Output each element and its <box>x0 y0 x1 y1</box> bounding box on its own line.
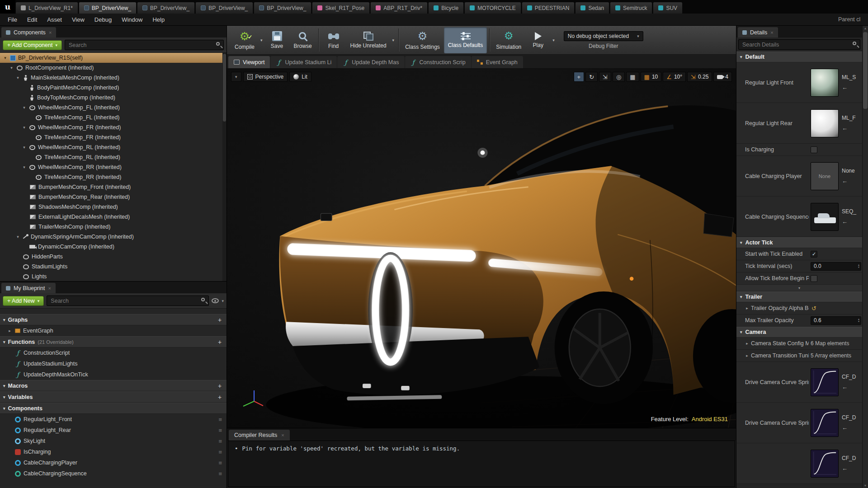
expander-icon[interactable]: ▾ <box>3 340 5 344</box>
asset-thumbnail[interactable] <box>811 69 839 97</box>
visibility-icon[interactable]: ≡ <box>218 416 222 423</box>
component-tree-row-hiddenparts[interactable]: HiddenParts <box>0 252 226 262</box>
section-header-macros[interactable]: ▾Macros+ <box>0 380 226 391</box>
blueprint-item-cablechargingplayer[interactable]: CableChargingPlayer≡ <box>0 457 226 468</box>
component-tree-row-wheelmeshcomp-fr-inherited[interactable]: ▾WheelMeshComp_FR (Inherited) <box>0 122 226 132</box>
component-tree-row-shadowsmeshcomp-inherited[interactable]: ShadowsMeshComp (Inherited) <box>0 202 226 212</box>
app-tab-bp-driverview[interactable]: BP_DriverView_ <box>137 2 195 14</box>
app-tab-bp-driverview[interactable]: BP_DriverView_ <box>79 2 137 14</box>
graph-tab-event-graph[interactable]: Event Graph <box>472 56 523 68</box>
menu-view[interactable]: View <box>67 14 90 25</box>
component-tree-row-externallightdecalsmesh-inherited[interactable]: ExternalLightDecalsMesh (Inherited) <box>0 212 226 222</box>
close-icon[interactable]: × <box>770 30 773 35</box>
use-selected-asset-icon[interactable]: ← <box>842 465 859 472</box>
component-tree-row-bumpermeshcomp-rear-inherited[interactable]: BumperMeshComp_Rear (Inherited) <box>0 192 226 202</box>
unreal-logo[interactable]: u <box>0 0 15 14</box>
app-tab-suv[interactable]: SUV <box>653 2 683 14</box>
app-tab-sedan[interactable]: Sedan <box>575 2 609 14</box>
details-section-camera[interactable]: ▾Camera <box>736 327 862 338</box>
blueprint-item-constructionscript[interactable]: ƒConstructionScript <box>0 347 226 358</box>
surface-snap-button[interactable]: ▦ <box>626 72 639 82</box>
asset-thumbnail[interactable] <box>811 368 839 396</box>
expander-icon[interactable]: ▾ <box>3 318 5 322</box>
tab-details[interactable]: Details × <box>738 27 778 38</box>
visibility-icon[interactable]: ≡ <box>218 470 222 477</box>
component-tree-row-bodytopmeshcomp-inherited[interactable]: BodyTopMeshComp (Inherited) <box>0 93 226 103</box>
visibility-icon[interactable]: ≡ <box>218 427 222 434</box>
app-tab-skel-r1t-pose[interactable]: Skel_R1T_Pose <box>312 2 370 14</box>
use-selected-asset-icon[interactable]: ← <box>842 218 859 225</box>
component-tree-row-tiremeshcomp-fr-inherited[interactable]: TireMeshComp_FR (Inherited) <box>0 132 226 142</box>
checkbox[interactable] <box>811 275 817 282</box>
section-header-components[interactable]: ▾Components <box>0 403 226 414</box>
tab-compiler-results[interactable]: Compiler Results × <box>229 430 290 441</box>
section-header-graphs[interactable]: ▾Graphs+ <box>0 314 226 325</box>
expander-icon[interactable]: ▾ <box>22 125 27 130</box>
asset-thumbnail[interactable] <box>811 109 839 137</box>
chevron-down-icon[interactable]: ▾ <box>222 299 224 303</box>
blueprint-item-skylight[interactable]: SkyLight≡ <box>0 436 226 446</box>
camera-speed-button[interactable]: 4 <box>713 72 732 82</box>
use-selected-asset-icon[interactable]: ← <box>842 424 859 431</box>
expander-icon[interactable]: ▾ <box>740 295 742 299</box>
component-tree-row-mainskeletalmeshcomp-inherited[interactable]: ▾MainSkeletalMeshComp (Inherited) <box>0 73 226 83</box>
component-tree-row-bp-driverview-r1s-self[interactable]: ▾BP_DriverView_R1S(self) <box>0 53 226 63</box>
menu-debug[interactable]: Debug <box>90 14 117 25</box>
component-tree-row-bumpermeshcomp-front-inherited[interactable]: BumperMeshComp_Front (Inherited) <box>0 182 226 192</box>
visibility-icon[interactable]: ≡ <box>218 438 222 445</box>
visibility-icon[interactable]: ≡ <box>218 449 222 455</box>
menu-asset[interactable]: Asset <box>42 14 67 25</box>
toolbar-simulation-button[interactable]: ⚙Simulation <box>492 27 525 53</box>
add-macros-button[interactable]: + <box>216 382 223 389</box>
scroll-down-icon[interactable]: ▼ <box>863 484 868 487</box>
rotation-snap-button[interactable]: ∠ 10° <box>663 72 686 82</box>
details-section-actor-tick[interactable]: ▾Actor Tick <box>736 237 862 248</box>
use-selected-asset-icon[interactable]: ← <box>842 125 859 131</box>
use-selected-asset-icon[interactable]: ← <box>842 384 859 390</box>
expander-icon[interactable]: ▾ <box>3 56 8 60</box>
graph-tab-update-stadium-li[interactable]: ƒUpdate Stadium Li <box>270 56 337 68</box>
visibility-icon[interactable]: ≡ <box>218 460 222 466</box>
close-icon[interactable]: × <box>48 286 51 291</box>
expander-icon[interactable]: ▾ <box>15 75 20 80</box>
component-tree-row-dynamicspringarmcamcomp-inherited[interactable]: ▾DynamicSpringArmCamComp (Inherited) <box>0 232 226 242</box>
toolbar-compile-button[interactable]: ⚙✓Compile <box>231 27 259 53</box>
component-tree-row-trailermeshcomp-inherited[interactable]: TrailerMeshComp (Inherited) <box>0 222 226 232</box>
section-expander[interactable]: ▾ <box>736 285 862 291</box>
checkbox[interactable] <box>811 146 817 153</box>
app-tab-motorcycle[interactable]: MOTORCYCLE <box>464 2 521 14</box>
expander-icon[interactable]: ▾ <box>22 145 27 150</box>
toolbar-class-defaults-button[interactable]: Class Defaults <box>444 27 487 53</box>
viewport[interactable]: ▾ Perspective Lit + ↻ ⇲ ◎ ▦ <box>227 69 736 428</box>
toolbar-find-button[interactable]: Find <box>321 27 346 53</box>
details-search-input[interactable] <box>738 39 860 50</box>
scrollbar-thumb[interactable] <box>223 54 226 122</box>
component-tree-row-stadiumlights[interactable]: StadiumLights <box>0 262 226 272</box>
app-tab-bicycle[interactable]: Bicycle <box>428 2 464 14</box>
reset-icon[interactable]: ↺ <box>811 305 816 312</box>
add-graphs-button[interactable]: + <box>216 316 223 324</box>
blueprint-item-cablechargingsequence[interactable]: CableChargingSequence≡ <box>0 468 226 479</box>
perspective-button[interactable]: Perspective <box>243 72 288 82</box>
use-selected-asset-icon[interactable]: ← <box>842 84 859 91</box>
component-tree-row-tiremeshcomp-rr-inherited[interactable]: TireMeshComp_RR (Inherited) <box>0 172 226 182</box>
details-scrollbar[interactable]: ▲ ▼ <box>862 26 868 488</box>
tab-components[interactable]: Components × <box>1 27 56 38</box>
app-tab-bp-driverview[interactable]: BP_DriverView_ <box>195 2 253 14</box>
scroll-up-icon[interactable]: ▲ <box>863 27 868 30</box>
section-header-variables[interactable]: ▾Variables+ <box>0 391 226 403</box>
graph-tab-viewport[interactable]: Viewport <box>228 56 270 68</box>
toolbar-play-button[interactable]: Play <box>525 27 551 53</box>
number-input[interactable]: 0.6▲▼ <box>811 316 861 325</box>
expander-icon[interactable]: ▾ <box>22 165 27 169</box>
number-input[interactable]: 0.0▲▼ <box>811 262 861 271</box>
rotate-tool-button[interactable]: ↻ <box>585 72 598 82</box>
asset-thumbnail[interactable]: None <box>811 162 839 190</box>
component-tree-row-tiremeshcomp-rl-inherited[interactable]: TireMeshComp_RL (Inherited) <box>0 152 226 162</box>
expander-icon[interactable]: ▸ <box>7 328 12 333</box>
toolbar-class-settings-button[interactable]: ⚙Class Settings <box>401 27 444 53</box>
app-tab-pedestrian[interactable]: PEDESTRIAN <box>522 2 575 14</box>
blueprint-item-ischarging[interactable]: IsCharging≡ <box>0 446 226 457</box>
components-search-input[interactable] <box>65 40 224 50</box>
component-tree-row-rootcomponent-inherited[interactable]: ▾RootComponent (Inherited) <box>0 63 226 73</box>
